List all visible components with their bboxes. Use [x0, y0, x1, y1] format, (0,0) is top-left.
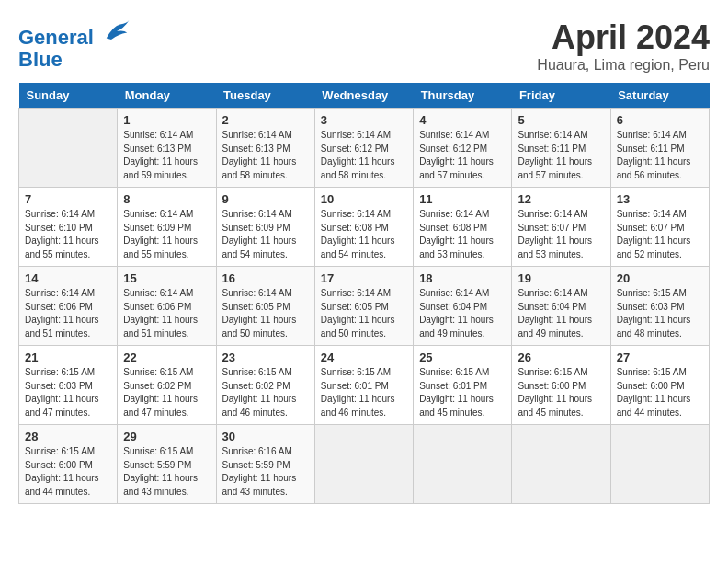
- calendar-week-1: 1Sunrise: 6:14 AM Sunset: 6:13 PM Daylig…: [19, 109, 710, 188]
- calendar-cell: 29Sunrise: 6:15 AM Sunset: 5:59 PM Dayli…: [118, 425, 216, 504]
- calendar-cell: 25Sunrise: 6:15 AM Sunset: 6:01 PM Dayli…: [414, 346, 512, 425]
- calendar-cell: 20Sunrise: 6:15 AM Sunset: 6:03 PM Dayli…: [610, 267, 709, 346]
- calendar-week-2: 7Sunrise: 6:14 AM Sunset: 6:10 PM Daylig…: [19, 188, 710, 267]
- day-number: 21: [25, 350, 111, 364]
- logo: General Blue: [18, 18, 131, 71]
- calendar-cell: 14Sunrise: 6:14 AM Sunset: 6:06 PM Dayli…: [19, 267, 118, 346]
- day-info: Sunrise: 6:16 AM Sunset: 5:59 PM Dayligh…: [222, 445, 309, 499]
- day-info: Sunrise: 6:14 AM Sunset: 6:06 PM Dayligh…: [25, 287, 111, 340]
- calendar-cell: 6Sunrise: 6:14 AM Sunset: 6:11 PM Daylig…: [610, 109, 709, 188]
- calendar-cell: [19, 109, 118, 188]
- day-info: Sunrise: 6:15 AM Sunset: 6:01 PM Dayligh…: [321, 366, 407, 419]
- page-header: General Blue April 2024 Huaura, Lima reg…: [18, 18, 710, 74]
- day-number: 26: [518, 350, 604, 364]
- calendar-header: SundayMondayTuesdayWednesdayThursdayFrid…: [19, 83, 710, 109]
- calendar-cell: 21Sunrise: 6:15 AM Sunset: 6:03 PM Dayli…: [19, 346, 118, 425]
- day-number: 8: [123, 192, 210, 206]
- calendar-cell: 3Sunrise: 6:14 AM Sunset: 6:12 PM Daylig…: [314, 109, 413, 188]
- weekday-header-thursday: Thursday: [414, 83, 512, 109]
- calendar-cell: 16Sunrise: 6:14 AM Sunset: 6:05 PM Dayli…: [216, 267, 314, 346]
- calendar-cell: 8Sunrise: 6:14 AM Sunset: 6:09 PM Daylig…: [118, 188, 216, 267]
- day-info: Sunrise: 6:14 AM Sunset: 6:09 PM Dayligh…: [123, 208, 210, 261]
- day-number: 3: [321, 113, 407, 127]
- day-number: 22: [123, 350, 210, 364]
- day-info: Sunrise: 6:14 AM Sunset: 6:05 PM Dayligh…: [222, 287, 309, 340]
- day-number: 6: [617, 113, 703, 127]
- day-info: Sunrise: 6:15 AM Sunset: 6:02 PM Dayligh…: [222, 366, 309, 419]
- calendar-cell: 12Sunrise: 6:14 AM Sunset: 6:07 PM Dayli…: [512, 188, 610, 267]
- calendar-cell: 5Sunrise: 6:14 AM Sunset: 6:11 PM Daylig…: [512, 109, 610, 188]
- day-info: Sunrise: 6:14 AM Sunset: 6:04 PM Dayligh…: [419, 287, 506, 340]
- day-number: 23: [222, 350, 309, 364]
- calendar-cell: 4Sunrise: 6:14 AM Sunset: 6:12 PM Daylig…: [414, 109, 512, 188]
- day-info: Sunrise: 6:15 AM Sunset: 6:00 PM Dayligh…: [518, 366, 604, 419]
- calendar-cell: 18Sunrise: 6:14 AM Sunset: 6:04 PM Dayli…: [414, 267, 512, 346]
- day-number: 16: [222, 271, 309, 285]
- calendar-cell: [414, 425, 512, 504]
- day-info: Sunrise: 6:14 AM Sunset: 6:06 PM Dayligh…: [123, 287, 210, 340]
- day-info: Sunrise: 6:15 AM Sunset: 5:59 PM Dayligh…: [123, 445, 210, 499]
- calendar-table: SundayMondayTuesdayWednesdayThursdayFrid…: [18, 83, 710, 504]
- day-info: Sunrise: 6:15 AM Sunset: 6:00 PM Dayligh…: [25, 445, 111, 499]
- day-number: 5: [518, 113, 604, 127]
- day-info: Sunrise: 6:15 AM Sunset: 6:02 PM Dayligh…: [123, 366, 210, 419]
- calendar-cell: 28Sunrise: 6:15 AM Sunset: 6:00 PM Dayli…: [19, 425, 118, 504]
- day-number: 25: [419, 350, 506, 364]
- day-info: Sunrise: 6:15 AM Sunset: 6:00 PM Dayligh…: [617, 366, 703, 419]
- weekday-header-saturday: Saturday: [610, 83, 709, 109]
- calendar-cell: 15Sunrise: 6:14 AM Sunset: 6:06 PM Dayli…: [118, 267, 216, 346]
- day-number: 7: [25, 192, 111, 206]
- day-info: Sunrise: 6:15 AM Sunset: 6:01 PM Dayligh…: [419, 366, 506, 419]
- day-number: 2: [222, 113, 309, 127]
- logo-blue: Blue: [18, 49, 131, 71]
- calendar-cell: 11Sunrise: 6:14 AM Sunset: 6:08 PM Dayli…: [414, 188, 512, 267]
- calendar-cell: 19Sunrise: 6:14 AM Sunset: 6:04 PM Dayli…: [512, 267, 610, 346]
- day-number: 9: [222, 192, 309, 206]
- calendar-cell: 27Sunrise: 6:15 AM Sunset: 6:00 PM Dayli…: [610, 346, 709, 425]
- day-info: Sunrise: 6:15 AM Sunset: 6:03 PM Dayligh…: [617, 287, 703, 340]
- day-number: 4: [419, 113, 506, 127]
- calendar-week-3: 14Sunrise: 6:14 AM Sunset: 6:06 PM Dayli…: [19, 267, 710, 346]
- calendar-cell: 26Sunrise: 6:15 AM Sunset: 6:00 PM Dayli…: [512, 346, 610, 425]
- calendar-week-4: 21Sunrise: 6:15 AM Sunset: 6:03 PM Dayli…: [19, 346, 710, 425]
- day-number: 18: [419, 271, 506, 285]
- day-info: Sunrise: 6:14 AM Sunset: 6:12 PM Dayligh…: [321, 129, 407, 182]
- day-info: Sunrise: 6:14 AM Sunset: 6:07 PM Dayligh…: [518, 208, 604, 261]
- calendar-cell: 23Sunrise: 6:15 AM Sunset: 6:02 PM Dayli…: [216, 346, 314, 425]
- day-info: Sunrise: 6:14 AM Sunset: 6:12 PM Dayligh…: [419, 129, 506, 182]
- weekday-row: SundayMondayTuesdayWednesdayThursdayFrid…: [19, 83, 710, 109]
- day-info: Sunrise: 6:14 AM Sunset: 6:09 PM Dayligh…: [222, 208, 309, 261]
- title-block: April 2024 Huaura, Lima region, Peru: [537, 18, 710, 74]
- calendar-cell: 13Sunrise: 6:14 AM Sunset: 6:07 PM Dayli…: [610, 188, 709, 267]
- calendar-cell: 7Sunrise: 6:14 AM Sunset: 6:10 PM Daylig…: [19, 188, 118, 267]
- day-info: Sunrise: 6:15 AM Sunset: 6:03 PM Dayligh…: [25, 366, 111, 419]
- day-number: 24: [321, 350, 407, 364]
- day-number: 10: [321, 192, 407, 206]
- weekday-header-sunday: Sunday: [19, 83, 118, 109]
- logo-general: General: [18, 26, 94, 49]
- day-info: Sunrise: 6:14 AM Sunset: 6:11 PM Dayligh…: [617, 129, 703, 182]
- calendar-cell: 1Sunrise: 6:14 AM Sunset: 6:13 PM Daylig…: [118, 109, 216, 188]
- day-number: 28: [25, 430, 111, 443]
- weekday-header-friday: Friday: [512, 83, 610, 109]
- calendar-cell: 17Sunrise: 6:14 AM Sunset: 6:05 PM Dayli…: [314, 267, 413, 346]
- calendar-cell: 30Sunrise: 6:16 AM Sunset: 5:59 PM Dayli…: [216, 425, 314, 504]
- day-number: 27: [617, 350, 703, 364]
- calendar-week-5: 28Sunrise: 6:15 AM Sunset: 6:00 PM Dayli…: [19, 425, 710, 504]
- calendar-body: 1Sunrise: 6:14 AM Sunset: 6:13 PM Daylig…: [19, 109, 710, 504]
- location-subtitle: Huaura, Lima region, Peru: [537, 57, 710, 74]
- day-info: Sunrise: 6:14 AM Sunset: 6:13 PM Dayligh…: [123, 129, 210, 182]
- day-info: Sunrise: 6:14 AM Sunset: 6:05 PM Dayligh…: [321, 287, 407, 340]
- weekday-header-monday: Monday: [118, 83, 216, 109]
- day-info: Sunrise: 6:14 AM Sunset: 6:11 PM Dayligh…: [518, 129, 604, 182]
- calendar-cell: [314, 425, 413, 504]
- calendar-cell: 10Sunrise: 6:14 AM Sunset: 6:08 PM Dayli…: [314, 188, 413, 267]
- day-info: Sunrise: 6:14 AM Sunset: 6:07 PM Dayligh…: [617, 208, 703, 261]
- day-number: 19: [518, 271, 604, 285]
- day-number: 11: [419, 192, 506, 206]
- day-number: 17: [321, 271, 407, 285]
- day-info: Sunrise: 6:14 AM Sunset: 6:10 PM Dayligh…: [25, 208, 111, 261]
- day-number: 1: [123, 113, 210, 127]
- weekday-header-wednesday: Wednesday: [314, 83, 413, 109]
- logo-bird-icon: [103, 18, 131, 44]
